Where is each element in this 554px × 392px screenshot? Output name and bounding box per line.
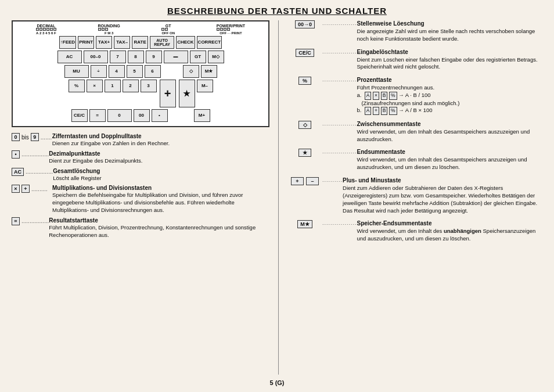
power-switch <box>217 28 245 31</box>
gesamt-text: Gesamtlöschung Löscht alle Register <box>53 168 269 182</box>
eingabe-dots: ................. <box>322 49 357 55</box>
m-minus-button[interactable]: M– <box>197 80 213 92</box>
decimal-label: DECIMAL A 2 3 4 5 6 F <box>36 24 56 35</box>
m-plus-button[interactable]: M+ <box>194 109 210 122</box>
zwischen-key: ◇ <box>287 121 322 129</box>
gt-button[interactable]: GT <box>190 51 206 63</box>
zero-button[interactable]: 0 <box>107 109 132 122</box>
multi-text: Multiplikations- und Divisionstasten Spe… <box>52 185 269 214</box>
two-button[interactable]: 2 <box>123 80 139 92</box>
calculator-diagram: DECIMAL A 2 3 4 5 6 F ROUNDING <box>12 20 269 127</box>
plusminus-key: + – <box>287 177 322 185</box>
prozent-text: Prozenttaste Führt Prozentrnechnungen au… <box>357 77 542 115</box>
eingabe-text: Eingabelöschtaste Dient zum Loschen eine… <box>357 49 542 71</box>
main-content: DECIMAL A 2 3 4 5 6 F ROUNDING <box>12 20 542 375</box>
button-row-4: % × 1 2 3 + ★ M– <box>15 80 266 107</box>
prozent-dots: ................. <box>322 77 357 82</box>
zwischen-text: Zwischensummentaste Wird verwendet, um d… <box>357 121 542 143</box>
three-button[interactable]: 3 <box>141 80 157 92</box>
divide-button[interactable]: ÷ <box>91 65 107 78</box>
speicher-dots: ................. <box>322 220 357 226</box>
right-column: 00→0 ................. Stellenweise Löes… <box>279 20 542 375</box>
speicher-text: Speicher-Endsummentaste Wird verwendet, … <box>357 220 542 243</box>
gt-label: GT OFF ON <box>161 24 175 35</box>
desc-zwischen: ◇ ................. Zwischensummentaste … <box>287 121 542 143</box>
desc-prozent: % ................. Prozenttaste Führt P… <box>287 77 542 115</box>
gesamt-key: AC ................. <box>12 168 53 176</box>
power-print-label: POWER/PRINT OFF · · PRINT <box>217 24 245 35</box>
rounding-switch <box>98 28 120 31</box>
m-diamond-button[interactable]: M◇ <box>208 51 224 63</box>
minus-button[interactable]: – <box>164 51 188 63</box>
decimal-point-button[interactable]: • <box>152 109 168 122</box>
eight-button[interactable]: 8 <box>128 51 144 63</box>
prozent-key: % <box>287 77 322 85</box>
ziffer-key: 0 bis 9 ....... <box>12 133 52 141</box>
rounding-label: ROUNDING F M 3 <box>98 24 120 35</box>
button-row-3: MU ÷ 4 5 6 ◇ M★ <box>15 65 266 78</box>
left-column: DECIMAL A 2 3 4 5 6 F ROUNDING <box>12 20 279 375</box>
plusminus-text: Plus- und Minustaste Dient zum Addieren … <box>343 177 542 214</box>
stellen-dots: ................. <box>322 20 357 26</box>
end-key: ★ <box>287 149 322 157</box>
page: BESCHREIBUNG DER TASTEN UND SCHALTER DEC… <box>0 0 554 392</box>
multiply-button[interactable]: × <box>87 80 103 92</box>
eingabe-key: CE/C <box>287 49 322 57</box>
end-dots: ................. <box>322 149 357 154</box>
mu-button[interactable]: MU <box>64 65 89 78</box>
star-tall-button[interactable]: ★ <box>179 80 195 107</box>
check-button[interactable]: CHECK <box>176 36 195 49</box>
feed-button[interactable]: ↑FEED <box>59 36 76 49</box>
gt-switch <box>161 28 175 31</box>
tax-minus-button[interactable]: TAX– <box>114 36 130 49</box>
equals-button[interactable]: = <box>89 109 106 122</box>
page-footer: 5 (G) <box>12 379 542 386</box>
plus-tall-button[interactable]: + <box>160 80 176 107</box>
tax-plus-button[interactable]: TAX+ <box>96 36 112 49</box>
plusminus-dots: .......... <box>322 177 343 183</box>
result-key: = ................. <box>12 217 49 225</box>
multi-key: × + .......... <box>12 185 52 193</box>
top-labels: DECIMAL A 2 3 4 5 6 F ROUNDING <box>15 24 266 35</box>
result-text: Resultatstarttaste Führt Multiplication,… <box>49 217 269 239</box>
one-button[interactable]: 1 <box>105 80 121 92</box>
desc-result: = ................. Resultatstarttaste F… <box>12 217 269 239</box>
decimal-switch <box>36 28 56 31</box>
m-star-button[interactable]: M★ <box>201 65 217 78</box>
desc-dezimal: • ................. Dezimalpunkttaste Di… <box>12 150 269 165</box>
end-text: Endsummentaste Wird verwendet, um den In… <box>357 149 542 171</box>
dezimal-key: • ................. <box>12 150 49 159</box>
four-button[interactable]: 4 <box>109 65 125 78</box>
nine-button[interactable]: 9 <box>146 51 162 63</box>
desc-plusminus: + – .......... Plus- und Minustaste Dien… <box>287 177 542 214</box>
percent-button[interactable]: % <box>69 80 85 92</box>
speicher-key: M★ <box>287 220 322 228</box>
cec-button[interactable]: CE/C <box>71 109 88 122</box>
button-row-2: AC 00–0 7 8 9 – GT M◇ <box>15 51 266 63</box>
double-zero-2-button[interactable]: 00 <box>134 109 150 122</box>
button-row-1: ↑FEED PRINT TAX+ TAX– RATE AUTOREPLAY CH… <box>15 36 266 49</box>
left-descriptions: 0 bis 9 ....... Zifferntasten und Doppln… <box>12 133 269 239</box>
ziffer-text: Zifferntasten und Dopplnulltaste Dienen … <box>52 133 269 148</box>
six-button[interactable]: 6 <box>145 65 161 78</box>
correct-button[interactable]: CORRECT <box>197 36 222 49</box>
seven-button[interactable]: 7 <box>110 51 126 63</box>
ac-button[interactable]: AC <box>57 51 82 63</box>
double-zero-button[interactable]: 00–0 <box>84 51 108 63</box>
auto-replay-button[interactable]: AUTOREPLAY <box>150 36 174 49</box>
desc-eingabe: CE/C ................. Eingabelöschtaste… <box>287 49 542 71</box>
five-button[interactable]: 5 <box>127 65 143 78</box>
stellen-text: Stellenweise Löeschung Die angezeigte Za… <box>357 20 542 43</box>
desc-gesamt: AC ................. Gesamtlöschung Lösc… <box>12 168 269 182</box>
diamond-button[interactable]: ◇ <box>183 65 199 78</box>
dezimal-text: Dezimalpunkttaste Dient zur Eingabe des … <box>49 150 269 165</box>
desc-end: ★ ................. Endsummentaste Wird … <box>287 149 542 171</box>
print-button[interactable]: PRINT <box>78 36 94 49</box>
desc-ziffer: 0 bis 9 ....... Zifferntasten und Doppln… <box>12 133 269 148</box>
rate-button[interactable]: RATE <box>132 36 148 49</box>
zwischen-dots: ................. <box>322 121 357 127</box>
button-row-5: CE/C = 0 00 • M+ <box>15 109 266 122</box>
desc-speicher: M★ ................. Speicher-Endsumment… <box>287 220 542 243</box>
page-title: BESCHREIBUNG DER TASTEN UND SCHALTER <box>12 6 542 16</box>
desc-multi: × + .......... Multiplikations- und Divi… <box>12 185 269 214</box>
